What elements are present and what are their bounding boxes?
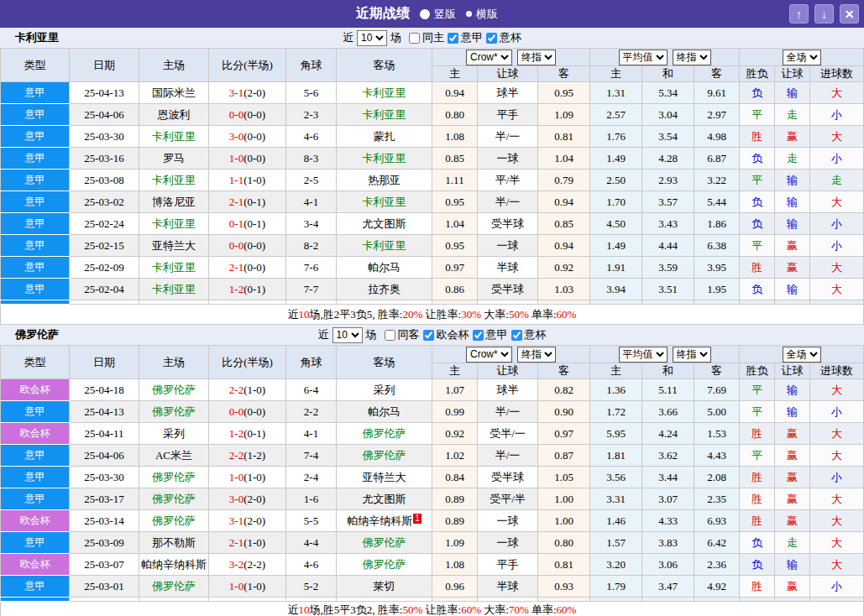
league-filter-checkbox[interactable] bbox=[448, 33, 458, 44]
games-label: 场 bbox=[390, 30, 401, 45]
match-row: 意甲25-03-01佛罗伦萨1-0(1-0)5-2莱切0.96半球0.931.7… bbox=[1, 576, 864, 598]
radio-vertical[interactable]: 竖版 bbox=[420, 7, 456, 22]
summary-segment: 60% bbox=[557, 603, 577, 616]
cell-league: 欧会杯 bbox=[1, 379, 70, 401]
cell-score bbox=[209, 300, 286, 305]
avg-source-select[interactable]: 平均值 bbox=[619, 50, 668, 65]
radio-horizontal[interactable]: 横版 bbox=[466, 7, 498, 22]
cell-away-odds: 1.00 bbox=[538, 510, 590, 532]
cell-date: 25-03-14 bbox=[70, 510, 139, 532]
half-time-score: (2-0) bbox=[243, 86, 265, 99]
cell-league: 意甲 bbox=[1, 401, 70, 423]
cell-handicap: 受平/半 bbox=[478, 488, 538, 510]
same-venue-checkbox[interactable] bbox=[385, 330, 395, 341]
league-filter-checkbox[interactable] bbox=[423, 330, 434, 341]
league-filter-label: 意杯 bbox=[500, 30, 521, 45]
cell-avg-draw: 3.59 bbox=[642, 257, 694, 279]
cell-away-odds: 0.85 bbox=[538, 213, 590, 235]
cell-avg-draw: 2.93 bbox=[642, 170, 694, 191]
cell-date: 25-02-15 bbox=[70, 235, 139, 257]
cell-away-odds: 0.95 bbox=[538, 82, 590, 104]
move-down-button[interactable]: ↓ bbox=[814, 4, 834, 23]
cell-corners: 4-6 bbox=[286, 554, 337, 576]
cell-home-team: 采列 bbox=[139, 423, 209, 445]
cell-score: 1-2(0-1) bbox=[209, 279, 286, 300]
cell-corners: 7-7 bbox=[286, 279, 337, 300]
match-row: 欧会杯25-04-18佛罗伦萨2-2(1-0)6-4采列1.07球半0.821.… bbox=[1, 379, 864, 401]
cell-away-odds: 1.04 bbox=[538, 148, 590, 170]
cell-away-odds: 0.79 bbox=[538, 170, 590, 191]
cell-home-odds bbox=[432, 300, 478, 305]
odds-source-select[interactable]: Crow* bbox=[466, 347, 512, 363]
cell-avg-away: 9.61 bbox=[694, 82, 740, 104]
cell-corners: 2-4 bbox=[286, 467, 337, 488]
cell-date: 25-02-09 bbox=[70, 257, 139, 279]
recent-label: 近 bbox=[343, 30, 353, 45]
recent-count-select[interactable]: 10 bbox=[333, 327, 363, 343]
cell-league: 欧会杯 bbox=[1, 510, 70, 532]
summary-segment: 10 bbox=[299, 308, 310, 321]
cell-handicap: 平/半 bbox=[478, 170, 538, 191]
cell-handicap: 半/一 bbox=[478, 401, 538, 423]
avg-time-select[interactable]: 终指 bbox=[673, 50, 711, 65]
full-time-score: 2-2 bbox=[229, 384, 243, 396]
cell-home-odds: 1.08 bbox=[432, 126, 478, 148]
odds-time-select[interactable]: 终指 bbox=[517, 50, 556, 65]
league-filter-checkbox[interactable] bbox=[511, 330, 522, 341]
cell-corners: 5-2 bbox=[286, 576, 337, 598]
recent-count-select[interactable]: 10 bbox=[357, 30, 387, 46]
half-time-score: (2-0) bbox=[243, 493, 265, 505]
league-filter-checkbox[interactable] bbox=[473, 330, 484, 341]
full-time-score: 3-1 bbox=[229, 514, 243, 527]
cell-handicap: 平手 bbox=[478, 554, 538, 576]
summary-segment: 30% bbox=[461, 308, 481, 321]
cell-home-odds bbox=[432, 598, 478, 602]
sub-col-header: 客 bbox=[694, 363, 740, 379]
cell-away-team: 莱切 bbox=[337, 576, 432, 598]
cell-result: 胜 bbox=[740, 510, 775, 532]
cell-handicap: 一球 bbox=[478, 235, 538, 257]
cell-away-team bbox=[337, 598, 432, 602]
league-filter-checkbox[interactable] bbox=[486, 33, 497, 44]
cell-home-odds: 0.84 bbox=[432, 467, 478, 488]
cell-score: 3-1(2-0) bbox=[209, 82, 286, 104]
odds-source-select[interactable]: Crow* bbox=[466, 50, 512, 65]
cell-avg-home: 1.70 bbox=[590, 191, 642, 213]
cell-score: 0-1(0-1) bbox=[209, 213, 286, 235]
cell-goals-result: 小 bbox=[810, 401, 864, 423]
avg-time-select[interactable]: 终指 bbox=[673, 347, 711, 363]
cell-away-team: 卡利亚里 bbox=[337, 104, 432, 126]
move-up-button[interactable]: ↑ bbox=[789, 4, 809, 23]
cell-date: 25-03-01 bbox=[70, 576, 139, 598]
cell-score: 2-1(0-1) bbox=[209, 191, 286, 213]
cell-avg-home: 3.20 bbox=[590, 554, 642, 576]
cell-corners: 4-1 bbox=[286, 191, 337, 213]
cell-away-odds: 0.97 bbox=[538, 423, 590, 445]
radio-vertical-label: 竖版 bbox=[434, 7, 456, 22]
sub-col-header: 主 bbox=[590, 363, 642, 379]
cell-date: 25-04-13 bbox=[70, 401, 139, 423]
full-match-select[interactable]: 全场 bbox=[783, 347, 821, 363]
cell-handicap-result: 走 bbox=[775, 104, 810, 126]
cell-away-team: 卡利亚里 bbox=[337, 235, 432, 257]
cell-score: 1-0(1-0) bbox=[209, 467, 286, 488]
cell-date bbox=[70, 598, 139, 602]
cell-score: 0-0(0-0) bbox=[209, 104, 286, 126]
avg-source-select[interactable]: 平均值 bbox=[619, 347, 668, 363]
close-button[interactable]: ✕ bbox=[840, 4, 859, 23]
cell-away-team: 采列 bbox=[337, 379, 432, 401]
match-row: 意甲25-03-08卡利亚里1-1(1-0)2-5热那亚1.11平/半0.792… bbox=[1, 170, 864, 191]
odds-time-select[interactable]: 终指 bbox=[517, 347, 556, 363]
cell-away-team: 帕尔马 bbox=[337, 257, 432, 279]
summary-segment: 10 bbox=[299, 603, 310, 616]
cell-handicap-result: 输 bbox=[775, 191, 810, 213]
cell-home-odds: 0.95 bbox=[432, 235, 478, 257]
cell-score: 0-0(0-0) bbox=[209, 235, 286, 257]
full-match-select[interactable]: 全场 bbox=[783, 50, 821, 65]
cell-date: 25-04-18 bbox=[70, 379, 139, 401]
col-corner: 角球 bbox=[286, 346, 337, 379]
half-time-score: (2-2) bbox=[243, 558, 265, 571]
cell-handicap: 受半球 bbox=[478, 467, 538, 488]
same-venue-checkbox[interactable] bbox=[409, 33, 420, 44]
cell-avg-home: 3.31 bbox=[590, 488, 642, 510]
